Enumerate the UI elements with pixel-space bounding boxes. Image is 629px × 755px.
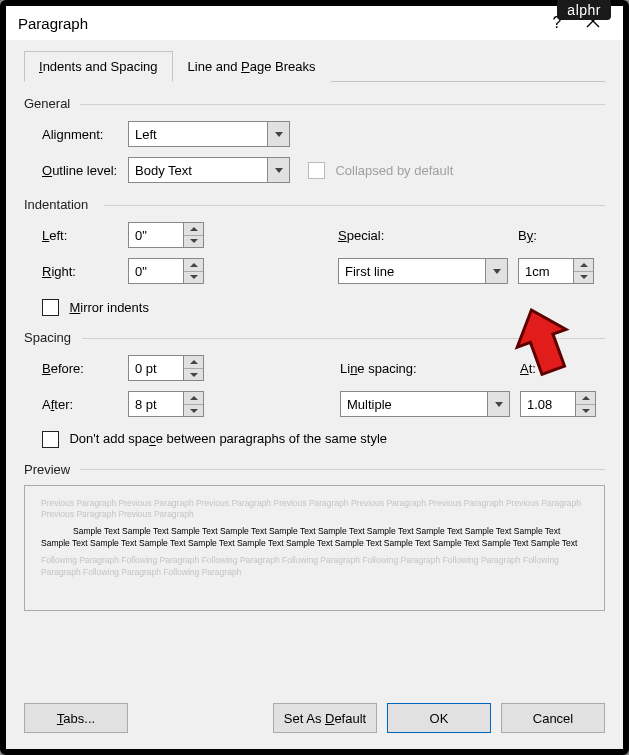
section-spacing: Spacing Before: Line spacing: At: After:: [24, 330, 605, 447]
special-combo[interactable]: [338, 258, 508, 284]
before-label: Before:: [24, 361, 128, 376]
spin-up-icon[interactable]: [184, 392, 203, 405]
watermark: alphr: [557, 0, 611, 20]
preview-box: Previous Paragraph Previous Paragraph Pr…: [24, 485, 605, 611]
outline-combo[interactable]: [128, 157, 290, 183]
outline-label: Outline level:: [24, 163, 128, 178]
alignment-combo[interactable]: [128, 121, 290, 147]
after-spinner[interactable]: [128, 391, 218, 417]
outline-input[interactable]: [128, 157, 268, 183]
chevron-down-icon: [275, 132, 283, 137]
before-spinner[interactable]: [128, 355, 218, 381]
dialog-title: Paragraph: [18, 15, 539, 32]
indent-right-input[interactable]: [128, 258, 184, 284]
section-title-indentation: Indentation: [24, 197, 605, 212]
alignment-input[interactable]: [128, 121, 268, 147]
chevron-down-icon: [495, 402, 503, 407]
at-spinner[interactable]: [520, 391, 623, 417]
section-title-spacing: Spacing: [24, 330, 605, 345]
spin-down-icon[interactable]: [184, 369, 203, 381]
alignment-label: Alignment:: [24, 127, 128, 142]
section-indentation: Indentation Left: Special: By: Right:: [24, 197, 605, 316]
tab-indents-spacing[interactable]: Indents and Spacing: [24, 51, 173, 82]
paragraph-dialog: Paragraph ? Indents and Spacing Line and…: [6, 6, 623, 749]
indent-left-label: Left:: [24, 228, 128, 243]
mirror-indents-checkbox[interactable]: Mirror indents: [42, 298, 149, 316]
dialog-footer: Tabs... Set As Default OK Cancel: [6, 689, 623, 749]
at-input[interactable]: [520, 391, 576, 417]
spin-down-icon[interactable]: [184, 236, 203, 248]
indent-left-input[interactable]: [128, 222, 184, 248]
preview-sample-text: Sample Text Sample Text Sample Text Samp…: [41, 526, 588, 549]
spin-up-icon[interactable]: [184, 259, 203, 272]
spin-up-icon[interactable]: [574, 259, 593, 272]
collapsed-checkbox: Collapsed by default: [308, 161, 453, 179]
checkbox-icon: [42, 431, 59, 448]
spin-down-icon[interactable]: [184, 272, 203, 284]
section-general: General Alignment: Outline level:: [24, 96, 605, 183]
cancel-button[interactable]: Cancel: [501, 703, 605, 733]
chevron-down-icon: [275, 168, 283, 173]
tab-line-page-breaks[interactable]: Line and Page Breaks: [173, 51, 331, 82]
indent-right-label: Right:: [24, 264, 128, 279]
checkbox-icon: [42, 299, 59, 316]
after-input[interactable]: [128, 391, 184, 417]
indent-right-spinner[interactable]: [128, 258, 218, 284]
alignment-dropdown-button[interactable]: [268, 121, 290, 147]
checkbox-icon: [308, 162, 325, 179]
linespacing-input[interactable]: [340, 391, 488, 417]
by-input[interactable]: [518, 258, 574, 284]
preview-previous-text: Previous Paragraph Previous Paragraph Pr…: [41, 498, 588, 521]
spin-down-icon[interactable]: [574, 272, 593, 284]
ok-button[interactable]: OK: [387, 703, 491, 733]
chevron-down-icon: [493, 269, 501, 274]
by-spinner[interactable]: [518, 258, 605, 284]
linespacing-combo[interactable]: [340, 391, 510, 417]
section-preview: Preview Previous Paragraph Previous Para…: [24, 462, 605, 611]
nospace-checkbox[interactable]: Don't add space between paragraphs of th…: [42, 429, 387, 447]
section-title-preview: Preview: [24, 462, 605, 477]
before-input[interactable]: [128, 355, 184, 381]
set-default-button[interactable]: Set As Default: [273, 703, 377, 733]
spin-up-icon[interactable]: [184, 223, 203, 236]
by-label: By:: [518, 228, 605, 243]
spin-up-icon[interactable]: [184, 356, 203, 369]
outline-dropdown-button[interactable]: [268, 157, 290, 183]
linespacing-dropdown-button[interactable]: [488, 391, 510, 417]
preview-following-text: Following Paragraph Following Paragraph …: [41, 555, 588, 578]
special-label: Special:: [338, 228, 518, 243]
special-dropdown-button[interactable]: [486, 258, 508, 284]
tabs-button[interactable]: Tabs...: [24, 703, 128, 733]
indent-left-spinner[interactable]: [128, 222, 218, 248]
special-input[interactable]: [338, 258, 486, 284]
at-label: At:: [520, 361, 623, 376]
spin-down-icon[interactable]: [184, 405, 203, 417]
linespacing-label: Line spacing:: [340, 361, 444, 376]
tab-strip: Indents and Spacing Line and Page Breaks: [24, 50, 605, 82]
section-title-general: General: [24, 96, 605, 111]
spin-down-icon[interactable]: [576, 405, 595, 417]
titlebar: Paragraph ?: [6, 6, 623, 40]
after-label: After:: [24, 397, 128, 412]
spin-up-icon[interactable]: [576, 392, 595, 405]
